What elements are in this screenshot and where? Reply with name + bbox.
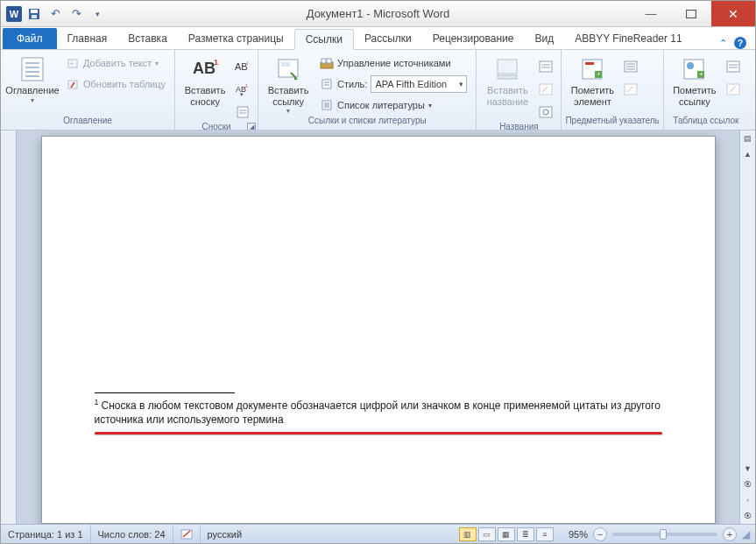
citation-icon (274, 55, 302, 83)
red-underline-annotation (95, 432, 662, 434)
quick-access-toolbar: ↶ ↷ ▾ (25, 5, 106, 23)
redo-icon[interactable]: ↷ (67, 5, 85, 23)
ribbon-minimize-icon[interactable]: ⌃ (719, 38, 727, 49)
tab-view[interactable]: Вид (524, 28, 564, 49)
prev-page-icon[interactable]: ⦿ (740, 477, 755, 492)
insert-caption-label: Вставить название (482, 85, 533, 107)
zoom-level[interactable]: 95% (563, 529, 593, 540)
status-word-count[interactable]: Число слов: 24 (91, 525, 173, 543)
save-icon[interactable] (25, 5, 43, 23)
zoom-thumb[interactable] (660, 529, 667, 540)
insert-footnote-label: Вставить сноску (180, 85, 230, 107)
tab-mailings[interactable]: Рассылки (354, 28, 422, 49)
close-button[interactable]: ✕ (711, 1, 755, 26)
zoom-in-button[interactable]: + (723, 527, 737, 541)
next-footnote-button[interactable]: AB1▾ (233, 80, 252, 99)
insert-toa-button[interactable] (724, 57, 743, 76)
toc-button[interactable]: Оглавление ▾ (6, 53, 59, 104)
group-toc: Оглавление ▾ + Добавить текст ▾ (1, 50, 175, 130)
group-index: + Пометить элемент Предметный указатель (562, 50, 663, 130)
add-text-icon: + (66, 56, 80, 70)
insert-table-figures-button[interactable] (536, 57, 555, 76)
toc-label: Оглавление (5, 85, 59, 96)
update-table-button[interactable]: Обновить таблицу (62, 74, 169, 94)
svg-rect-28 (322, 80, 331, 88)
dropdown-arrow-icon: ▾ (286, 107, 290, 115)
status-proofing[interactable] (173, 525, 201, 543)
zoom-out-button[interactable]: − (593, 527, 607, 541)
scroll-down-icon[interactable]: ▼ (740, 461, 755, 477)
svg-rect-1 (31, 10, 38, 13)
tab-home[interactable]: Главная (57, 28, 118, 49)
tab-review[interactable]: Рецензирование (422, 28, 525, 49)
svg-text:▾: ▾ (240, 91, 244, 96)
svg-rect-59 (727, 84, 739, 95)
browse-object-icon[interactable]: ◦ (740, 492, 755, 508)
view-web-layout[interactable]: ▦ (498, 527, 515, 541)
ruler-toggle-icon[interactable]: ▤ (740, 131, 755, 146)
svg-rect-27 (327, 59, 331, 63)
undo-icon[interactable]: ↶ (46, 5, 64, 23)
mark-entry-button[interactable]: + Пометить элемент (567, 53, 618, 107)
citation-style-combo[interactable]: APA Fifth Edition (371, 75, 467, 93)
status-page[interactable]: Страница: 1 из 1 (1, 525, 91, 543)
resize-grip-icon[interactable]: ◢ (742, 528, 750, 540)
scroll-up-icon[interactable]: ▲ (740, 146, 755, 162)
svg-rect-4 (22, 58, 43, 81)
zoom-slider[interactable] (612, 533, 717, 536)
document-page[interactable]: 1 Сноска в любом текстовом документе обо… (41, 136, 716, 524)
svg-text:AB: AB (193, 60, 215, 77)
status-language[interactable]: русский (201, 525, 249, 543)
statusbar: Страница: 1 из 1 Число слов: 24 русский … (1, 524, 755, 543)
footnote-body: Сноска в любом текстовом документе обозн… (95, 399, 661, 426)
insert-citation-button[interactable]: Вставить ссылку ▾ (264, 53, 313, 115)
insert-index-button[interactable] (621, 57, 640, 76)
vertical-ruler[interactable] (1, 131, 17, 524)
update-table-figures-button[interactable] (536, 80, 555, 99)
svg-rect-41 (540, 107, 552, 117)
group-footnotes: AB1 Вставить сноску ABi AB1▾ Сноски◢ (175, 50, 258, 130)
caption-icon (493, 55, 521, 83)
maximize-button[interactable] (671, 1, 711, 26)
tab-page-layout[interactable]: Разметка страницы (178, 28, 294, 49)
svg-rect-40 (540, 84, 552, 95)
cross-reference-button[interactable] (536, 102, 555, 122)
footnote-text[interactable]: 1 Сноска в любом текстовом документе обо… (95, 397, 662, 427)
dropdown-arrow-icon: ▾ (31, 96, 34, 104)
mark-citation-button[interactable]: + Пометить ссылку (669, 53, 720, 107)
citation-style-row: Стиль: APA Fifth Edition (316, 74, 470, 94)
group-toa-label: Таблица ссылок (664, 116, 748, 130)
view-outline[interactable]: ≣ (517, 527, 534, 541)
show-notes-button[interactable] (233, 102, 252, 122)
mark-entry-icon: + (578, 55, 606, 83)
insert-caption-button[interactable]: Вставить название (482, 53, 533, 107)
update-toa-button[interactable] (724, 80, 743, 99)
tab-insert[interactable]: Вставка (117, 28, 178, 49)
vertical-scrollbar[interactable]: ▤ ▲ ▼ ⦿ ◦ ⦿ (739, 131, 755, 524)
view-print-layout[interactable]: ▥ (459, 527, 477, 541)
window-buttons: — ✕ (631, 1, 755, 26)
group-citations: Вставить ссылку ▾ Управление источниками (258, 50, 477, 130)
insert-endnote-button[interactable]: ABi (233, 57, 252, 76)
svg-point-53 (687, 62, 694, 69)
tab-file[interactable]: Файл (3, 28, 57, 49)
add-text-button[interactable]: + Добавить текст ▾ (62, 53, 169, 73)
svg-text:+: + (699, 70, 703, 78)
minimize-button[interactable]: — (631, 1, 671, 26)
footnote-icon: AB1 (191, 55, 219, 83)
tab-references[interactable]: Ссылки (294, 29, 354, 50)
update-index-button[interactable] (621, 80, 640, 99)
help-icon[interactable]: ? (734, 37, 746, 49)
next-page-icon[interactable]: ⦿ (740, 508, 755, 524)
insert-footnote-button[interactable]: AB1 Вставить сноску (180, 53, 230, 107)
svg-rect-37 (540, 61, 552, 72)
bibliography-button[interactable]: Список литературы ▾ (316, 95, 470, 115)
footnote-separator (95, 392, 235, 393)
view-full-screen[interactable]: ▭ (478, 527, 496, 541)
qat-customize-icon[interactable]: ▾ (88, 5, 106, 23)
view-draft[interactable]: ≡ (536, 527, 554, 541)
manage-sources-button[interactable]: Управление источниками (316, 53, 470, 73)
tab-abbyy[interactable]: ABBYY FineReader 11 (564, 28, 693, 49)
app-window: W ↶ ↷ ▾ Документ1 - Microsoft Word — ✕ Ф… (0, 0, 756, 544)
proofing-icon (180, 528, 193, 540)
